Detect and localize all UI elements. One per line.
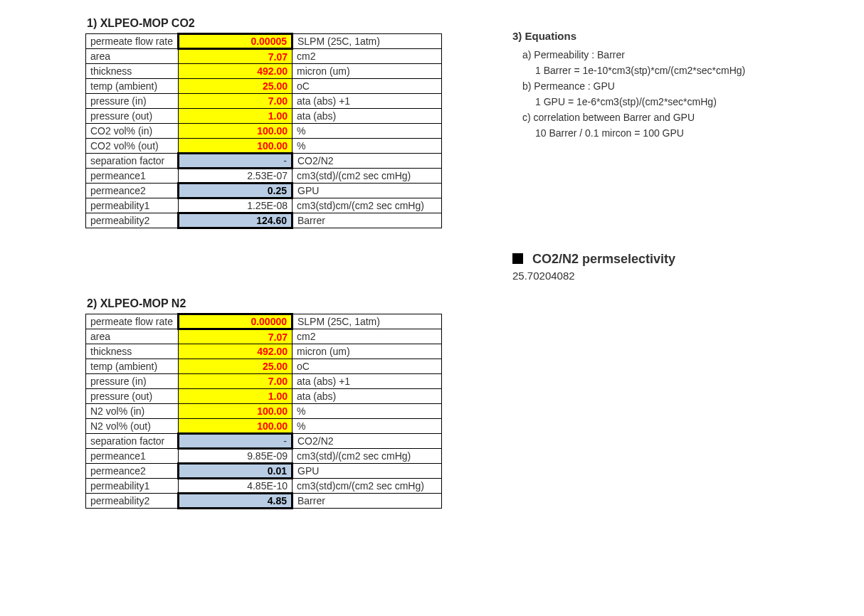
table-row: pressure (out)1.00ata (abs): [86, 109, 442, 124]
row-label: permeance2: [86, 464, 179, 479]
table-row: CO2 vol% (in)100.00%: [86, 124, 442, 139]
row-label: permeance1: [86, 169, 179, 184]
row-value[interactable]: 25.00: [179, 79, 293, 94]
row-label: separation factor: [86, 154, 179, 169]
row-value[interactable]: -: [179, 154, 293, 169]
row-unit: cm3(std)cm/(cm2 sec cmHg): [293, 479, 442, 494]
table-n2: permeate flow rate0.00000SLPM (25C, 1atm…: [85, 313, 442, 509]
table-row: permeability24.85Barrer: [86, 494, 442, 509]
row-label: permeate flow rate: [86, 34, 179, 49]
row-label: pressure (in): [86, 374, 179, 389]
row-value[interactable]: 492.00: [179, 344, 293, 359]
row-unit: cm3(std)cm/(cm2 sec cmHg): [293, 198, 442, 213]
table-row: separation factor-CO2/N2: [86, 434, 442, 449]
row-unit: cm2: [293, 329, 442, 344]
permselectivity-value: 25.70204082: [512, 270, 675, 282]
row-unit: SLPM (25C, 1atm): [293, 34, 442, 49]
row-value[interactable]: 7.00: [179, 374, 293, 389]
row-unit: ata (abs) +1: [293, 374, 442, 389]
row-value[interactable]: 0.25: [179, 184, 293, 198]
table-row: permeate flow rate0.00000SLPM (25C, 1atm…: [86, 314, 442, 329]
table-row: area7.07cm2: [86, 49, 442, 64]
table-co2: permeate flow rate0.00005SLPM (25C, 1atm…: [85, 33, 442, 229]
table-row: pressure (out)1.00ata (abs): [86, 389, 442, 404]
row-value[interactable]: 7.07: [179, 49, 293, 64]
equation-line: b) Permeance : GPU: [512, 78, 818, 94]
row-value[interactable]: 1.00: [179, 389, 293, 404]
equation-line: a) Permeability : Barrer: [512, 47, 818, 63]
row-value[interactable]: 492.00: [179, 64, 293, 79]
row-value[interactable]: 100.00: [179, 124, 293, 139]
row-label: permeance2: [86, 184, 179, 198]
table-row: pressure (in)7.00ata (abs) +1: [86, 374, 442, 389]
row-unit: %: [293, 124, 442, 139]
table-row: permeance12.53E-07cm3(std)/(cm2 sec cmHg…: [86, 169, 442, 184]
table-row: pressure (in)7.00ata (abs) +1: [86, 94, 442, 109]
row-value[interactable]: 0.00000: [179, 314, 293, 329]
row-unit: oC: [293, 79, 442, 94]
row-value[interactable]: 0.01: [179, 464, 293, 479]
page: 1) XLPEO-MOP CO2 permeate flow rate0.000…: [0, 0, 864, 616]
row-value[interactable]: 1.00: [179, 109, 293, 124]
row-unit: oC: [293, 359, 442, 374]
table-row: N2 vol% (out)100.00%: [86, 419, 442, 434]
row-value[interactable]: 100.00: [179, 419, 293, 434]
table-row: temp (ambient)25.00oC: [86, 359, 442, 374]
row-unit: GPU: [293, 464, 442, 479]
row-value[interactable]: -: [179, 434, 293, 449]
row-label: area: [86, 329, 179, 344]
row-value[interactable]: 2.53E-07: [179, 169, 293, 184]
row-label: pressure (in): [86, 94, 179, 109]
row-label: thickness: [86, 344, 179, 359]
row-label: pressure (out): [86, 389, 179, 404]
row-value[interactable]: 0.00005: [179, 34, 293, 49]
row-unit: cm3(std)/(cm2 sec cmHg): [293, 169, 442, 184]
row-unit: ata (abs) +1: [293, 94, 442, 109]
row-unit: ata (abs): [293, 109, 442, 124]
row-value[interactable]: 1.25E-08: [179, 198, 293, 213]
row-label: area: [86, 49, 179, 64]
table-row: temp (ambient)25.00oC: [86, 79, 442, 94]
table-row: permeate flow rate0.00005SLPM (25C, 1atm…: [86, 34, 442, 49]
row-unit: %: [293, 419, 442, 434]
row-unit: micron (um): [293, 344, 442, 359]
row-label: temp (ambient): [86, 79, 179, 94]
row-label: permeability1: [86, 479, 179, 494]
row-value[interactable]: 9.85E-09: [179, 449, 293, 464]
row-value[interactable]: 4.85E-10: [179, 479, 293, 494]
row-value[interactable]: 25.00: [179, 359, 293, 374]
row-unit: CO2/N2: [293, 434, 442, 449]
row-value[interactable]: 124.60: [179, 213, 293, 228]
table-row: permeability2124.60Barrer: [86, 213, 442, 228]
row-unit: micron (um): [293, 64, 442, 79]
row-label: thickness: [86, 64, 179, 79]
row-unit: ata (abs): [293, 389, 442, 404]
table-row: thickness492.00micron (um): [86, 64, 442, 79]
row-value[interactable]: 100.00: [179, 404, 293, 419]
row-unit: Barrer: [293, 213, 442, 228]
equation-line: 1 GPU = 1e-6*cm3(stp)/(cm2*sec*cmHg): [512, 94, 818, 110]
row-unit: GPU: [293, 184, 442, 198]
row-label: permeability1: [86, 198, 179, 213]
equations-title: 3) Equations: [512, 28, 818, 44]
table-row: N2 vol% (in)100.00%: [86, 404, 442, 419]
row-unit: cm2: [293, 49, 442, 64]
row-unit: %: [293, 404, 442, 419]
row-label: N2 vol% (in): [86, 404, 179, 419]
table-row: permeability11.25E-08cm3(std)cm/(cm2 sec…: [86, 198, 442, 213]
row-value[interactable]: 7.00: [179, 94, 293, 109]
row-label: permeability2: [86, 494, 179, 509]
table-row: CO2 vol% (out)100.00%: [86, 139, 442, 154]
row-value[interactable]: 4.85: [179, 494, 293, 509]
row-unit: SLPM (25C, 1atm): [293, 314, 442, 329]
permselectivity-title: CO2/N2 permselectivity: [532, 252, 675, 266]
equation-line: c) correlation between Barrer and GPU: [512, 110, 818, 125]
table-row: area7.07cm2: [86, 329, 442, 344]
row-value[interactable]: 7.07: [179, 329, 293, 344]
row-label: CO2 vol% (out): [86, 139, 179, 154]
table-row: separation factor-CO2/N2: [86, 154, 442, 169]
equations-lines: a) Permeability : Barrer1 Barrer = 1e-10…: [512, 47, 818, 141]
row-label: CO2 vol% (in): [86, 124, 179, 139]
table-row: permeance19.85E-09cm3(std)/(cm2 sec cmHg…: [86, 449, 442, 464]
row-value[interactable]: 100.00: [179, 139, 293, 154]
